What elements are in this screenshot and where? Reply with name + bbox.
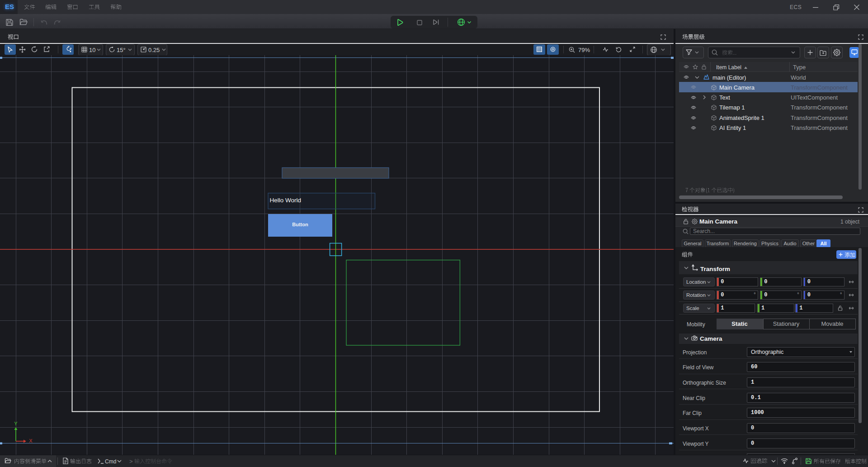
svg-text:X: X [29,438,33,443]
svg-text:Hello World: Hello World [270,197,302,204]
svg-text:Button: Button [292,222,308,227]
svg-text:Y: Y [14,421,18,426]
